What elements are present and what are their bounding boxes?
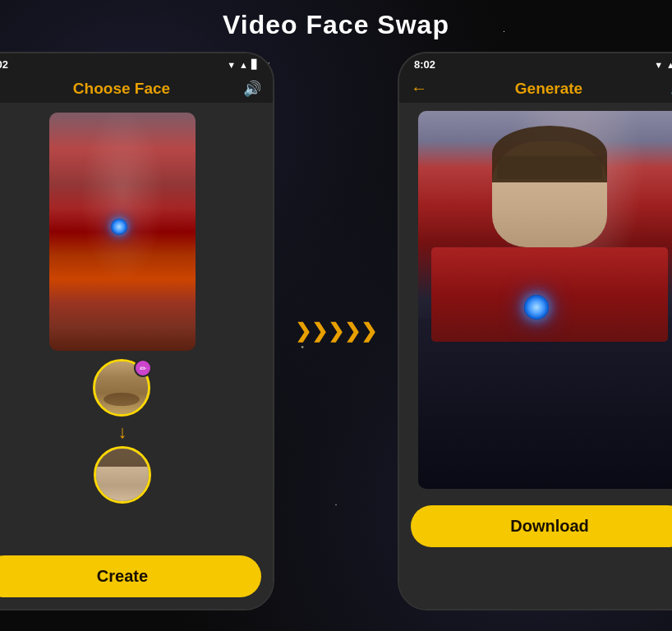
direction-arrows: ❯ ❯ ❯ ❯ ❯ [295,321,377,341]
volume-icon-left[interactable]: 🔊 [243,80,261,98]
arrow-chevron-3: ❯ [328,321,344,341]
edit-badge[interactable]: ✏ [134,359,152,377]
face-swap-area: ✏ ↓ [93,359,152,504]
arc-reactor-left [111,219,127,235]
header-title-left: Choose Face [73,80,170,98]
arrow-chevron-4: ❯ [344,321,361,341]
target-face-circle[interactable] [94,446,151,504]
network-icon-right: ▲ [666,60,672,70]
signal-icon-right: ▼ [654,60,663,70]
arrow-chevron-5: ❯ [361,321,377,341]
signal-icon-left: ▼ [227,60,236,70]
status-time-left: 8:02 [0,58,8,71]
app-header-right: ← Generate 🔊 [399,74,672,103]
phone-body-right: Download [399,103,672,609]
video-frame-right [418,111,672,489]
arrow-chevron-2: ❯ [311,321,328,341]
status-bar-right: 8:02 ▼ ▲ ▊ [399,53,672,74]
status-time-right: 8:02 [414,58,435,71]
network-icon-left: ▲ [239,60,248,70]
status-icons-right: ▼ ▲ ▊ [654,59,672,70]
status-bar-left: 8:02 ▼ ▲ ▊ [0,53,273,74]
app-header-left: ← Choose Face 🔊 [0,74,273,103]
page-title: Video Face Swap [223,10,449,40]
arc-reactor-right [524,295,549,320]
source-face-wrapper[interactable]: ✏ [93,359,152,418]
phone-body-left: ✏ ↓ Create [0,103,273,609]
arrow-chevron-1: ❯ [295,321,311,341]
battery-icon-left: ▊ [251,59,258,70]
down-arrow-icon: ↓ [118,421,127,443]
right-phone: 8:02 ▼ ▲ ▊ ← Generate 🔊 [398,52,672,610]
left-phone: 8:02 ▼ ▲ ▊ ← Choose Face 🔊 [0,52,274,610]
create-button[interactable]: Create [0,555,261,597]
edit-icon: ✏ [140,364,146,373]
status-icons-left: ▼ ▲ ▊ [227,59,258,70]
video-frame-left [49,113,196,351]
phones-container: 8:02 ▼ ▲ ▊ ← Choose Face 🔊 [0,52,672,610]
download-button[interactable]: Download [411,505,672,547]
header-title-right: Generate [515,80,582,98]
back-button-right[interactable]: ← [411,79,427,98]
target-face-image [96,449,149,501]
